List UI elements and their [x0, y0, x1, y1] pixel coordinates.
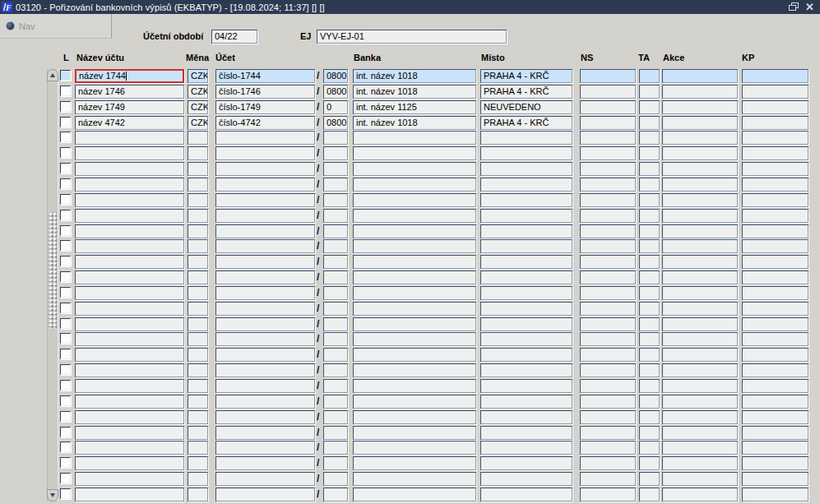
- ns-field[interactable]: [580, 193, 636, 207]
- bank-code-field[interactable]: [323, 178, 348, 192]
- ns-field[interactable]: [580, 348, 636, 362]
- bank-code-field[interactable]: [323, 162, 348, 176]
- row-checkbox[interactable]: [60, 194, 71, 205]
- bank-code-field[interactable]: [323, 426, 348, 440]
- place-field[interactable]: [480, 488, 572, 502]
- akce-field[interactable]: [662, 472, 738, 486]
- row-checkbox[interactable]: [60, 427, 71, 437]
- bank-name-field[interactable]: [353, 255, 476, 269]
- ns-field[interactable]: [580, 146, 636, 160]
- ns-field[interactable]: [580, 379, 636, 393]
- ns-field[interactable]: [580, 116, 636, 130]
- akce-field[interactable]: [662, 69, 738, 83]
- ns-field[interactable]: [580, 317, 636, 331]
- account-number-field[interactable]: [215, 363, 315, 377]
- ta-field[interactable]: [639, 116, 660, 130]
- ta-field[interactable]: [639, 193, 660, 207]
- ns-field[interactable]: [580, 441, 636, 455]
- account-name-field[interactable]: [75, 426, 184, 440]
- akce-field[interactable]: [662, 410, 738, 424]
- row-checkbox[interactable]: [60, 178, 71, 189]
- kp-field[interactable]: [742, 255, 808, 269]
- bank-code-field[interactable]: [323, 317, 348, 331]
- account-name-field[interactable]: [75, 178, 184, 192]
- place-field[interactable]: [480, 193, 572, 207]
- row-checkbox[interactable]: [60, 117, 71, 127]
- bank-name-field[interactable]: int. název 1018: [353, 85, 476, 99]
- account-name-field[interactable]: [75, 441, 184, 455]
- currency-field[interactable]: [188, 131, 208, 145]
- bank-name-field[interactable]: [353, 146, 476, 160]
- row-checkbox[interactable]: [60, 457, 71, 468]
- place-field[interactable]: [480, 472, 572, 486]
- row-checkbox[interactable]: [60, 442, 71, 452]
- account-name-field[interactable]: [75, 472, 184, 486]
- bank-code-field[interactable]: [323, 239, 348, 253]
- account-number-field[interactable]: [215, 488, 315, 502]
- ns-field[interactable]: [580, 255, 636, 269]
- account-number-field[interactable]: [215, 456, 315, 470]
- account-name-field[interactable]: [75, 239, 184, 253]
- row-checkbox[interactable]: [60, 287, 71, 298]
- bank-code-field[interactable]: [323, 270, 348, 284]
- currency-field[interactable]: [188, 317, 208, 331]
- ns-field[interactable]: [580, 209, 636, 223]
- ta-field[interactable]: [639, 162, 660, 176]
- account-name-field[interactable]: [75, 209, 184, 223]
- account-number-field[interactable]: [215, 302, 315, 316]
- bank-name-field[interactable]: [353, 286, 476, 300]
- currency-field[interactable]: [188, 395, 208, 409]
- account-number-field[interactable]: číslo-1746: [215, 85, 315, 99]
- account-name-field[interactable]: [75, 348, 184, 362]
- bank-name-field[interactable]: [353, 162, 476, 176]
- akce-field[interactable]: [662, 162, 738, 176]
- akce-field[interactable]: [662, 224, 738, 238]
- bank-name-field[interactable]: [353, 332, 476, 346]
- ta-field[interactable]: [639, 332, 660, 346]
- account-number-field[interactable]: [215, 379, 315, 393]
- place-field[interactable]: PRAHA 4 - KRČ: [480, 116, 572, 130]
- ns-field[interactable]: [580, 286, 636, 300]
- ns-field[interactable]: [580, 472, 636, 486]
- kp-field[interactable]: [742, 116, 808, 130]
- bank-name-field[interactable]: [353, 379, 476, 393]
- row-checkbox[interactable]: [60, 271, 71, 282]
- kp-field[interactable]: [742, 286, 808, 300]
- kp-field[interactable]: [742, 131, 808, 145]
- akce-field[interactable]: [662, 239, 738, 253]
- akce-field[interactable]: [662, 426, 738, 440]
- kp-field[interactable]: [742, 162, 808, 176]
- currency-field[interactable]: CZK: [188, 69, 208, 83]
- kp-field[interactable]: [742, 100, 808, 114]
- row-checkbox[interactable]: [60, 70, 71, 81]
- ej-field[interactable]: VYV-EJ-01: [317, 30, 507, 44]
- row-checkbox[interactable]: [60, 225, 71, 236]
- kp-field[interactable]: [742, 178, 808, 192]
- account-name-field[interactable]: [75, 193, 184, 207]
- akce-field[interactable]: [662, 116, 738, 130]
- account-name-field[interactable]: [75, 255, 184, 269]
- account-number-field[interactable]: číslo-4742: [215, 116, 315, 130]
- akce-field[interactable]: [662, 193, 738, 207]
- row-checkbox[interactable]: [60, 256, 71, 266]
- ns-field[interactable]: [580, 178, 636, 192]
- currency-field[interactable]: [188, 379, 208, 393]
- restore-button[interactable]: [789, 2, 799, 12]
- account-number-field[interactable]: [215, 270, 315, 284]
- bank-code-field[interactable]: [323, 224, 348, 238]
- ta-field[interactable]: [639, 441, 660, 455]
- bank-code-field[interactable]: [323, 286, 348, 300]
- row-checkbox[interactable]: [60, 488, 71, 499]
- account-name-field[interactable]: [75, 224, 184, 238]
- currency-field[interactable]: [188, 255, 208, 269]
- currency-field[interactable]: [188, 162, 208, 176]
- row-checkbox[interactable]: [60, 163, 71, 173]
- currency-field[interactable]: [188, 178, 208, 192]
- row-checkbox[interactable]: [60, 333, 71, 344]
- ns-field[interactable]: [580, 395, 636, 409]
- bank-name-field[interactable]: [353, 395, 476, 409]
- bank-code-field[interactable]: [323, 395, 348, 409]
- currency-field[interactable]: CZK: [188, 116, 208, 130]
- bank-code-field[interactable]: 0: [323, 100, 348, 114]
- row-checkbox[interactable]: [60, 349, 71, 359]
